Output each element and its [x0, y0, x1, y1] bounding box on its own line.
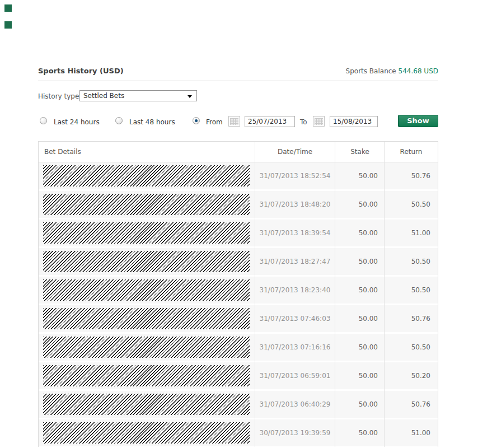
history-type-label: History type: [38, 92, 79, 100]
radio-last-24-hours-label[interactable]: Last 24 hours: [54, 118, 100, 126]
from-date-input[interactable]: [245, 116, 295, 127]
history-type-row: History type Settled Bets: [38, 90, 438, 102]
sports-balance: Sports Balance 544.68 USD: [346, 67, 438, 75]
balance-value: 544.68 USD: [399, 67, 438, 75]
row-return: 50.76: [385, 391, 438, 418]
to-date-input[interactable]: [330, 116, 378, 127]
row-return: 50.76: [385, 162, 438, 189]
row-stake: 50.00: [335, 305, 385, 332]
row-datetime: 31/07/2013 18:27:47: [255, 248, 335, 275]
date-filter-row: Last 24 hours Last 48 hours From To Show: [38, 114, 438, 129]
row-stake: 50.00: [335, 419, 385, 446]
redacted-bet-details-block: [43, 279, 250, 301]
redacted-bet-details-block: [43, 194, 250, 215]
column-divider: [384, 142, 385, 447]
table-header-row: Bet Details Date/Time Stake Return: [39, 142, 438, 162]
radio-last-48-hours-label[interactable]: Last 48 hours: [129, 118, 175, 126]
column-divider: [255, 142, 255, 447]
calendar-icon[interactable]: [228, 116, 240, 127]
row-datetime: 30/07/2013 19:39:59: [255, 419, 335, 446]
table-row: 31/07/2013 06:40:29 50.00 50.76: [39, 391, 438, 418]
balance-label: Sports Balance: [346, 67, 396, 75]
row-return: 50.50: [385, 191, 438, 218]
row-return: 51.00: [385, 419, 438, 446]
column-header-return: Return: [385, 142, 438, 162]
row-stake: 50.00: [335, 391, 385, 418]
row-return: 50.50: [385, 334, 438, 361]
row-stake: 50.00: [335, 334, 385, 361]
redacted-bet-details-block: [43, 308, 250, 329]
redacted-bet-details-block: [43, 337, 250, 358]
row-datetime: 31/07/2013 07:46:03: [255, 305, 335, 332]
redacted-bet-details-block: [43, 394, 250, 415]
redacted-bet-details-block: [43, 222, 250, 244]
radio-from-date-range[interactable]: [193, 117, 200, 124]
table-row: 31/07/2013 07:46:03 50.00 50.76: [39, 305, 438, 332]
row-stake: 50.00: [335, 220, 385, 246]
row-datetime: 31/07/2013 18:39:54: [255, 220, 335, 246]
calendar-grid: [315, 118, 323, 125]
sports-history-page: Sports History (USD) Sports Balance 544.…: [0, 0, 478, 448]
column-header-bet-details: Bet Details: [44, 142, 81, 162]
table-row: 31/07/2013 18:52:54 50.00 50.76: [39, 162, 438, 189]
redacted-bet-details-block: [43, 165, 250, 186]
column-header-stake: Stake: [335, 142, 385, 162]
table-body: 31/07/2013 18:52:54 50.00 50.76 31/07/20…: [39, 162, 438, 446]
table-row: 31/07/2013 18:27:47 50.00 50.50: [39, 248, 438, 275]
calendar-icon[interactable]: [313, 116, 325, 127]
row-datetime: 31/07/2013 18:23:40: [255, 277, 335, 304]
table-row: 31/07/2013 18:23:40 50.00 50.50: [39, 277, 438, 304]
row-stake: 50.00: [335, 248, 385, 275]
column-header-date-time: Date/Time: [255, 142, 335, 162]
row-return: 50.76: [385, 305, 438, 332]
row-return: 50.50: [385, 277, 438, 304]
history-type-selected-value: Settled Bets: [83, 92, 124, 100]
brand-logo-block: [4, 21, 12, 29]
page-header: Sports History (USD) Sports Balance 544.…: [38, 67, 438, 75]
row-datetime: 31/07/2013 18:52:54: [255, 162, 335, 189]
chevron-down-icon: [188, 95, 192, 98]
row-stake: 50.00: [335, 362, 385, 389]
table-row: 31/07/2013 07:16:16 50.00 50.50: [39, 334, 438, 361]
history-type-select[interactable]: Settled Bets: [79, 90, 197, 101]
bet-history-table: Bet Details Date/Time Stake Return 31/07…: [38, 141, 438, 447]
table-row: 30/07/2013 19:39:59 50.00 51.00: [39, 419, 438, 446]
column-divider: [335, 142, 335, 447]
row-return: 51.00: [385, 220, 438, 246]
row-datetime: 31/07/2013 18:48:20: [255, 191, 335, 218]
brand-logo-block: [4, 4, 12, 12]
header-divider: [38, 81, 438, 81]
table-row: 31/07/2013 18:48:20 50.00 50.50: [39, 191, 438, 218]
row-datetime: 31/07/2013 06:40:29: [255, 391, 335, 418]
row-return: 50.20: [385, 362, 438, 389]
row-return: 50.50: [385, 248, 438, 275]
row-datetime: 31/07/2013 06:59:01: [255, 362, 335, 389]
page-title: Sports History (USD): [38, 67, 124, 75]
row-stake: 50.00: [335, 191, 385, 218]
redacted-bet-details-block: [43, 422, 250, 444]
radio-from-label[interactable]: From: [206, 118, 223, 126]
table-row: 31/07/2013 18:39:54 50.00 51.00: [39, 220, 438, 246]
row-stake: 50.00: [335, 162, 385, 189]
row-stake: 50.00: [335, 277, 385, 304]
redacted-bet-details-block: [43, 251, 250, 272]
table-row: 31/07/2013 06:59:01 50.00 50.20: [39, 362, 438, 389]
to-label: To: [300, 118, 307, 126]
redacted-bet-details-block: [43, 365, 250, 386]
row-datetime: 31/07/2013 07:16:16: [255, 334, 335, 361]
calendar-grid: [230, 118, 238, 125]
show-button[interactable]: Show: [398, 115, 438, 127]
radio-last-24-hours[interactable]: [40, 117, 47, 124]
radio-last-48-hours[interactable]: [115, 117, 123, 124]
